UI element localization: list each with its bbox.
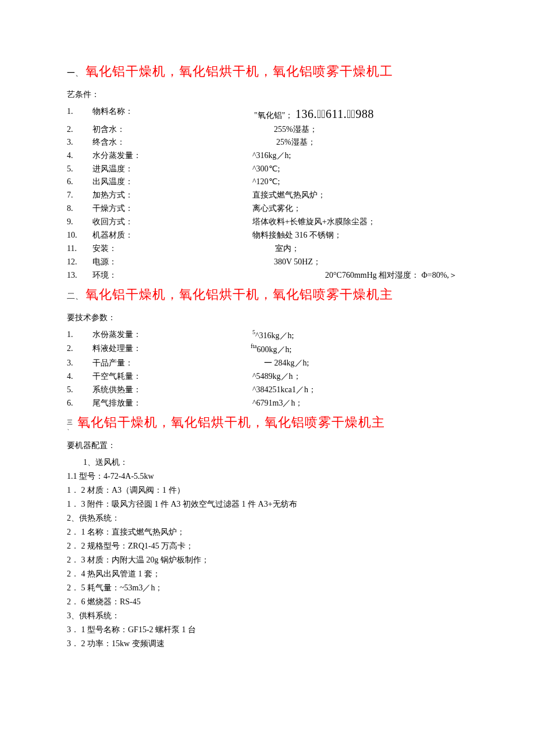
section3-list: 1、送风机： 1.1 型号：4-72-4A-5.5kw 1． 2 材质：A3（调…: [67, 456, 477, 650]
section1-subtitle: 艺条件：: [67, 88, 477, 101]
item-value: 室内；: [220, 242, 477, 255]
item-value: 一 284kg／h;: [220, 357, 477, 369]
item-value: ^300℃;: [220, 163, 477, 175]
item-value: ^384251kca1／h；: [220, 384, 477, 396]
section3-prefix: 三、: [67, 420, 75, 430]
list-item: 10. 机器材质： 物料接触处 316 不锈钢；: [67, 229, 477, 241]
item-num: 7.: [67, 189, 92, 201]
list-item: 2. 料液处理量： fta600kg／h;: [67, 342, 477, 356]
sub-item: 3、供料系统：: [67, 610, 477, 622]
item-value: 5^316kg／h;: [220, 328, 477, 342]
item-label: 干品产量：: [92, 357, 220, 369]
sub-item: 2． 4 热风出风管道 1 套；: [67, 568, 477, 580]
section3-subtitle: 要机器配置：: [67, 439, 477, 452]
section3-title: 氧化铝干燥机，氧化铝烘干机，氧化铝喷雾干燥机主: [77, 415, 385, 429]
section3-header: 三、 氧化铝干燥机，氧化铝烘干机，氧化铝喷雾干燥机主: [67, 410, 477, 435]
section1-header: 一、 氧化铝干燥机，氧化铝烘干机，氧化铝喷雾干燥机工: [67, 59, 477, 84]
item-num: 4.: [67, 149, 92, 162]
item-value: "氧化铝"； 136.一̂611.二̂988: [220, 105, 477, 123]
sub-item: 1、送风机：: [67, 456, 477, 468]
item-value: ^316kg／h;: [220, 149, 477, 162]
list-item: 13. 环境： 20°C760mmHg 相对湿度： Φ=80%,＞: [67, 269, 477, 281]
sub-item: 3． 2 功率：15kw 变频调速: [67, 637, 477, 650]
item-label: 机器材质：: [92, 229, 220, 241]
sub-item: 1． 3 附件：吸风方径圆 1 件 A3 初效空气过滤器 1 件 A3+无纺布: [67, 498, 477, 510]
item-label: 水份蒸发量：: [92, 328, 220, 342]
section1-list: 1. 物料名称： "氧化铝"； 136.一̂611.二̂988 2. 初含水： …: [67, 105, 477, 281]
sub-item: 2． 1 名称：直接式燃气热风炉；: [67, 526, 477, 538]
item-num: 6.: [67, 176, 92, 188]
value-text: ^316kg／h;: [255, 331, 294, 339]
item-label: 尾气排放量：: [92, 397, 220, 409]
list-item: 3. 终含水： 25%湿基；: [67, 137, 477, 148]
item-label: 终含水：: [92, 137, 220, 148]
item-label: 环境：: [92, 269, 220, 281]
item-label: 物料名称：: [92, 105, 220, 123]
item-label: 系统供热量：: [92, 384, 220, 396]
item-num: 10.: [67, 229, 92, 241]
item-value: fta600kg／h;: [220, 342, 477, 356]
item-label: 加热方式：: [92, 189, 220, 201]
item-num: 6.: [67, 397, 92, 409]
list-item: 1. 水份蒸发量： 5^316kg／h;: [67, 328, 477, 342]
item-value: 20°C760mmHg 相对湿度： Φ=80%,＞: [220, 269, 477, 281]
value-text: 600kg／h;: [257, 345, 292, 354]
item-label: 初含水：: [92, 124, 220, 135]
list-item: 11. 安装： 室内；: [67, 242, 477, 255]
item-num: 13.: [67, 269, 92, 281]
section1-title: 氧化铝干燥机，氧化铝烘干机，氧化铝喷雾干燥机工: [85, 64, 393, 78]
sup-text: 5: [252, 329, 255, 335]
item-num: 3.: [67, 357, 92, 369]
list-item: 4. 水分蒸发量： ^316kg／h;: [67, 149, 477, 162]
section2-header: 二、 氧化铝干燥机，氧化铝烘干机，氧化铝喷雾干燥机主: [67, 282, 477, 307]
item-label: 干空气耗量：: [92, 370, 220, 382]
sub-item: 2． 5 耗气量：~53m3／h；: [67, 582, 477, 594]
value-pre: "氧化铝"；: [254, 111, 293, 120]
item-label: 干燥方式：: [92, 202, 220, 214]
item-num: 4.: [67, 370, 92, 382]
list-item: 3. 干品产量： 一 284kg／h;: [67, 357, 477, 369]
item-label: 料液处理量：: [92, 342, 220, 356]
item-value: ^120℃;: [220, 176, 477, 188]
item-num: 1.: [67, 105, 92, 123]
item-num: 3.: [67, 137, 92, 148]
list-item: 5. 进风温度： ^300℃;: [67, 163, 477, 175]
item-num: 8.: [67, 202, 92, 214]
item-value: 380V 50HZ；: [220, 256, 477, 268]
item-num: 5.: [67, 163, 92, 175]
section2-title: 氧化铝干燥机，氧化铝烘干机，氧化铝喷雾干燥机主: [85, 287, 393, 302]
section1-prefix: 一、: [67, 69, 83, 77]
item-num: 12.: [67, 256, 92, 268]
item-num: 2.: [67, 124, 92, 135]
item-num: 2.: [67, 342, 92, 356]
sub-item: 3． 1 型号名称：GF15-2 螺杆泵 1 台: [67, 624, 477, 636]
item-label: 收回方式：: [92, 216, 220, 228]
value-special: 136.一̂611.二̂988: [295, 108, 374, 120]
sub-item: 2． 3 材质：内附大温 20g 锅炉板制作；: [67, 554, 477, 566]
item-value: 255%湿基；: [220, 124, 477, 135]
item-value: 直接式燃气热风炉；: [220, 189, 477, 201]
list-item: 4. 干空气耗量： ^5489kg／h；: [67, 370, 477, 382]
section2-subtitle: 要技术参数：: [67, 311, 477, 324]
item-value: 物料接触处 316 不锈钢；: [220, 229, 477, 241]
item-label: 出风温度：: [92, 176, 220, 188]
list-item: 6. 尾气排放量： ^6791m3／h；: [67, 397, 477, 409]
list-item: 9. 收回方式： 塔体收料+长锥旋风+水膜除尘器；: [67, 216, 477, 228]
item-label: 电源：: [92, 256, 220, 268]
list-item: 8. 干燥方式： 离心式雾化；: [67, 202, 477, 214]
item-label: 水分蒸发量：: [92, 149, 220, 162]
list-item: 6. 出风温度： ^120℃;: [67, 176, 477, 188]
list-item: 7. 加热方式： 直接式燃气热风炉；: [67, 189, 477, 201]
item-num: 11.: [67, 242, 92, 255]
sub-item: 1． 2 材质：A3（调风阀：1 件）: [67, 484, 477, 496]
sub-item: 2． 2 规格型号：ZRQ1-45 万高卡；: [67, 540, 477, 552]
item-value: ^5489kg／h；: [220, 370, 477, 382]
list-item: 5. 系统供热量： ^384251kca1／h；: [67, 384, 477, 396]
item-value: ^6791m3／h；: [220, 397, 477, 409]
item-num: 5.: [67, 384, 92, 396]
section2-list: 1. 水份蒸发量： 5^316kg／h; 2. 料液处理量： fta600kg／…: [67, 328, 477, 409]
sub-item: 2、供热系统：: [67, 512, 477, 524]
item-label: 进风温度：: [92, 163, 220, 175]
item-label: 安装：: [92, 242, 220, 255]
section2-prefix: 二、: [67, 292, 83, 300]
